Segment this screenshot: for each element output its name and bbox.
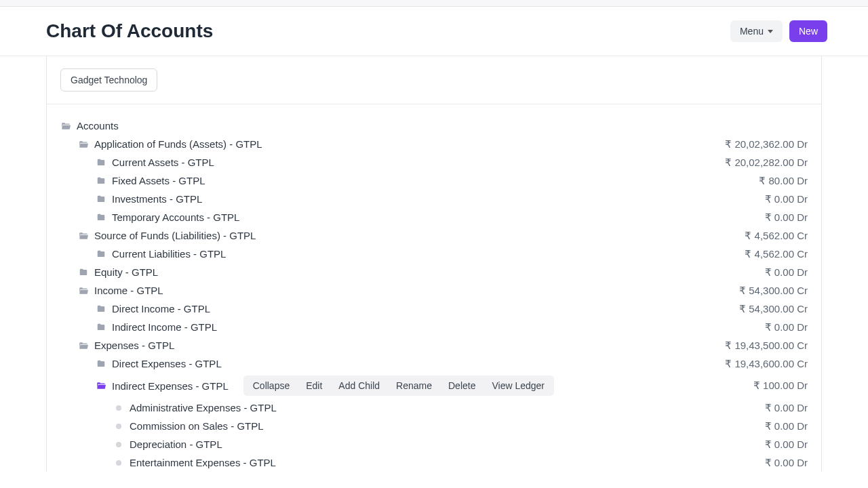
tree-node-label: Income - GTPL <box>94 285 163 296</box>
tree-node[interactable]: Direct Income - GTPL₹ 54,300.00 Cr <box>60 300 808 318</box>
tree-node-balance: ₹ 0.00 Dr <box>757 420 808 432</box>
tree-node-balance: ₹ 0.00 Dr <box>757 211 808 224</box>
view-ledger-button[interactable]: View Ledger <box>485 378 551 394</box>
folder-open-icon <box>78 231 89 241</box>
folder-open-icon <box>60 121 71 131</box>
tree-node[interactable]: Indirect Expenses - GTPLCollapseEditAdd … <box>60 373 808 399</box>
tree-node-balance: ₹ 80.00 Dr <box>751 175 808 187</box>
leaf-dot-icon <box>116 424 121 429</box>
folder-icon <box>96 249 106 259</box>
tree-node-balance: ₹ 4,562.00 Cr <box>736 230 808 242</box>
page-header: Chart Of Accounts Menu New <box>0 7 868 56</box>
tree-node-balance: ₹ 0.00 Dr <box>757 266 808 279</box>
accounts-card: Gadget Technolog Accounts Application of… <box>46 56 822 472</box>
tree-node-label: Entertainment Expenses - GTPL <box>130 457 276 468</box>
tree-node[interactable]: Source of Funds (Liabilities) - GTPL₹ 4,… <box>60 226 808 245</box>
folder-icon <box>96 158 106 167</box>
tree-node[interactable]: Expenses - GTPL₹ 19,43,500.00 Cr <box>60 336 808 354</box>
tree-node[interactable]: Depreciation - GTPL₹ 0.00 Dr <box>60 435 808 453</box>
folder-open-icon <box>78 286 89 296</box>
tree-node-balance: ₹ 0.00 Dr <box>757 457 808 469</box>
tree-node[interactable]: Current Liabilities - GTPL₹ 4,562.00 Cr <box>60 245 808 263</box>
add-child-button[interactable]: Add Child <box>332 378 387 394</box>
tree-node-label: Temporary Accounts - GTPL <box>112 211 239 223</box>
folder-icon <box>96 359 106 369</box>
chevron-down-icon <box>768 30 773 33</box>
tree-node[interactable]: Indirect Income - GTPL₹ 0.00 Dr <box>60 318 808 336</box>
tree-node-label: Equity - GTPL <box>94 266 158 278</box>
tree-node[interactable]: Equity - GTPL₹ 0.00 Dr <box>60 263 808 281</box>
collapse-button[interactable]: Collapse <box>246 378 296 394</box>
tree-node[interactable]: Direct Expenses - GTPL₹ 19,43,600.00 Cr <box>60 354 808 373</box>
tree-node-balance: ₹ 20,02,362.00 Dr <box>717 138 808 150</box>
tree-node[interactable]: Temporary Accounts - GTPL₹ 0.00 Dr <box>60 208 808 226</box>
tree-node-label: Administrative Expenses - GTPL <box>130 402 277 413</box>
new-button[interactable]: New <box>789 20 827 42</box>
tree-node-balance: ₹ 19,43,600.00 Cr <box>717 358 808 370</box>
tree-node-label: Investments - GTPL <box>112 193 202 205</box>
tree-node-balance: ₹ 100.00 Dr <box>745 380 808 392</box>
tree-node-balance: ₹ 54,300.00 Cr <box>731 285 808 297</box>
tree-node-label: Direct Income - GTPL <box>112 303 210 314</box>
tree-node[interactable]: Commission on Sales - GTPL₹ 0.00 Dr <box>60 417 808 435</box>
top-bar <box>0 0 868 7</box>
tree-node[interactable]: Investments - GTPL₹ 0.00 Dr <box>60 190 808 208</box>
tree-node[interactable]: Administrative Expenses - GTPL₹ 0.00 Dr <box>60 399 808 417</box>
tree-node-label: Current Assets - GTPL <box>112 157 214 168</box>
edit-button[interactable]: Edit <box>299 378 329 394</box>
accounts-tree: Accounts Application of Funds (Assets) -… <box>47 104 821 472</box>
tree-node-label: Current Liabilities - GTPL <box>112 248 226 260</box>
folder-icon <box>96 323 106 332</box>
tree-node-balance: ₹ 4,562.00 Cr <box>736 248 808 260</box>
folder-open-icon <box>96 381 106 390</box>
tree-node[interactable]: Entertainment Expenses - GTPL₹ 0.00 Dr <box>60 453 808 472</box>
leaf-dot-icon <box>116 460 121 466</box>
leaf-dot-icon <box>116 405 121 411</box>
page-title: Chart Of Accounts <box>46 20 213 42</box>
tree-node-balance: ₹ 0.00 Dr <box>757 193 808 205</box>
tree-node-label: Source of Funds (Liabilities) - GTPL <box>94 230 256 241</box>
delete-button[interactable]: Delete <box>441 378 482 394</box>
node-toolbar: CollapseEditAdd ChildRenameDeleteView Le… <box>243 375 554 396</box>
tree-node[interactable]: Income - GTPL₹ 54,300.00 Cr <box>60 281 808 300</box>
tree-node-label: Expenses - GTPL <box>94 340 174 351</box>
folder-icon <box>96 195 106 204</box>
tree-node-label: Fixed Assets - GTPL <box>112 175 205 186</box>
tree-root-label: Accounts <box>77 120 119 131</box>
tree-node-label: Direct Expenses - GTPL <box>112 358 222 369</box>
rename-button[interactable]: Rename <box>389 378 439 394</box>
folder-open-icon <box>78 341 89 350</box>
folder-icon <box>96 213 106 222</box>
leaf-dot-icon <box>116 442 121 447</box>
folder-icon <box>96 304 106 314</box>
tree-node-label: Depreciation - GTPL <box>130 439 222 450</box>
company-filter[interactable]: Gadget Technolog <box>60 68 157 92</box>
tree-node-balance: ₹ 19,43,500.00 Cr <box>717 340 808 352</box>
page-body: Gadget Technolog Accounts Application of… <box>0 56 868 472</box>
tree-node-label: Commission on Sales - GTPL <box>130 420 264 432</box>
tree-node-balance: ₹ 54,300.00 Cr <box>731 303 808 315</box>
tree-node-label: Indirect Income - GTPL <box>112 321 217 333</box>
tree-node-balance: ₹ 0.00 Dr <box>757 439 808 451</box>
tree-node[interactable]: Application of Funds (Assets) - GTPL₹ 20… <box>60 135 808 153</box>
company-filter-row: Gadget Technolog <box>47 56 821 104</box>
tree-root[interactable]: Accounts <box>60 117 808 135</box>
folder-open-icon <box>78 140 89 149</box>
menu-button[interactable]: Menu <box>730 20 783 42</box>
tree-node-balance: ₹ 20,02,282.00 Dr <box>717 157 808 169</box>
folder-icon <box>78 268 89 277</box>
tree-node[interactable]: Current Assets - GTPL₹ 20,02,282.00 Dr <box>60 153 808 171</box>
tree-node-balance: ₹ 0.00 Dr <box>757 402 808 414</box>
header-actions: Menu New <box>730 20 827 42</box>
tree-node-label: Indirect Expenses - GTPL <box>112 380 229 392</box>
folder-icon <box>96 176 106 186</box>
menu-button-label: Menu <box>740 26 764 37</box>
tree-node[interactable]: Fixed Assets - GTPL₹ 80.00 Dr <box>60 171 808 190</box>
tree-node-label: Application of Funds (Assets) - GTPL <box>94 138 262 150</box>
tree-node-balance: ₹ 0.00 Dr <box>757 321 808 333</box>
